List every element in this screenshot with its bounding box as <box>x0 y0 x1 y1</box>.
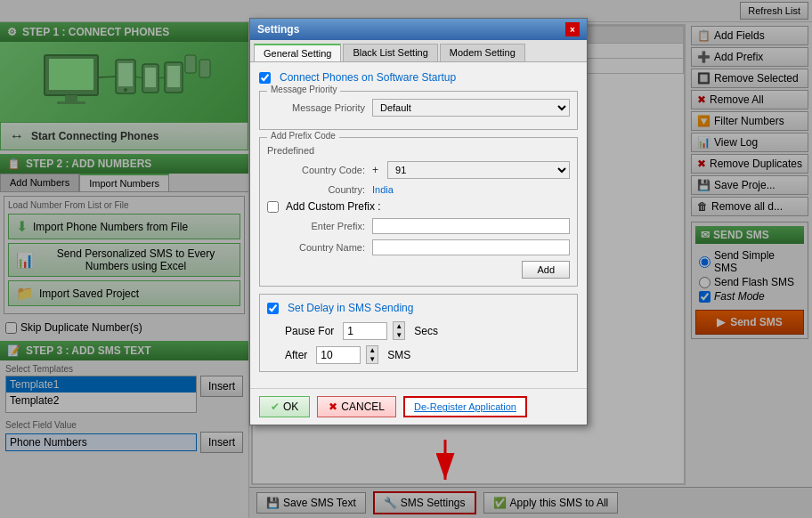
enter-prefix-row: Enter Prefix: <box>267 218 570 234</box>
after-spinner-down[interactable]: ▼ <box>367 355 378 364</box>
connect-startup-label: Connect Phones on Software Startup <box>280 71 456 84</box>
country-code-select[interactable]: 91 <box>387 161 570 179</box>
settings-modal: Settings × General Setting Black List Se… <box>249 18 588 425</box>
plus-sign: + <box>372 164 378 176</box>
tab-general-setting[interactable]: General Setting <box>254 44 341 61</box>
country-name-label: Country Name: <box>267 242 365 253</box>
country-label: Country: <box>267 184 365 195</box>
tab-modem-setting[interactable]: Modem Setting <box>440 44 525 61</box>
modal-tabs: General Setting Black List Setting Modem… <box>250 40 587 62</box>
msg-priority-label: Message Priority <box>267 102 365 113</box>
modal-cancel-button[interactable]: ✖ CANCEL <box>317 396 396 417</box>
message-priority-row: Message Priority Default High Normal Low <box>267 99 570 117</box>
pause-for-label: Pause For <box>285 325 334 337</box>
pause-spinner-down[interactable]: ▼ <box>394 331 404 340</box>
set-delay-label-text: Set Delay in SMS Sending <box>288 302 413 314</box>
arrow-indicator <box>418 440 472 493</box>
modal-body: Connect Phones on Software Startup Messa… <box>250 62 587 388</box>
connect-startup-row: Connect Phones on Software Startup <box>259 71 578 84</box>
modal-title: Settings <box>257 23 299 36</box>
add-prefix-section-label: Add Prefix Code <box>267 131 339 141</box>
add-prefix-section: Add Prefix Code Predefined Country Code:… <box>259 137 578 287</box>
country-name-input[interactable] <box>372 239 570 255</box>
tab-blacklist-setting[interactable]: Black List Setting <box>343 44 437 61</box>
pause-spinner: ▲ ▼ <box>393 321 405 340</box>
pause-for-row: Pause For ▲ ▼ Secs <box>267 321 570 340</box>
modal-footer: ✔ OK ✖ CANCEL De-Register Application <box>250 388 587 425</box>
after-spinner: ▲ ▼ <box>366 345 378 364</box>
modal-ok-button[interactable]: ✔ OK <box>259 396 310 417</box>
after-input[interactable] <box>316 346 361 364</box>
country-code-row: Country Code: + 91 <box>267 161 570 179</box>
cancel-label: CANCEL <box>341 401 385 413</box>
pause-for-input[interactable] <box>343 322 387 340</box>
modal-titlebar: Settings × <box>250 19 587 40</box>
predefined-label: Predefined <box>267 145 570 156</box>
modal-close-button[interactable]: × <box>565 22 580 36</box>
ok-icon: ✔ <box>271 401 280 413</box>
pause-spinner-up[interactable]: ▲ <box>394 322 404 331</box>
country-value: India <box>372 184 394 195</box>
message-priority-section-label: Message Priority <box>267 85 340 94</box>
after-spinner-up[interactable]: ▲ <box>367 346 378 355</box>
ok-label: OK <box>283 401 298 413</box>
country-name-row: Country Name: <box>267 239 570 255</box>
enter-prefix-input[interactable] <box>372 218 570 234</box>
connect-startup-checkbox[interactable] <box>259 72 271 84</box>
country-code-label: Country Code: <box>267 165 365 175</box>
cancel-icon: ✖ <box>329 401 337 413</box>
custom-prefix-label: Add Custom Prefix : <box>286 200 381 213</box>
message-priority-select[interactable]: Default High Normal Low <box>372 99 570 117</box>
set-delay-section: Set Delay in SMS Sending Pause For ▲ ▼ S… <box>259 294 578 372</box>
set-delay-checkbox[interactable] <box>267 303 279 314</box>
enter-prefix-label: Enter Prefix: <box>267 221 365 231</box>
country-row: Country: India <box>267 184 570 195</box>
modal-overlay: Settings × General Setting Black List Se… <box>0 0 812 518</box>
custom-prefix-checkbox[interactable] <box>267 201 279 213</box>
deregister-button[interactable]: De-Register Application <box>403 396 527 417</box>
after-row: After ▲ ▼ SMS <box>267 345 570 364</box>
after-label: After <box>285 349 307 361</box>
set-delay-row: Set Delay in SMS Sending <box>267 302 570 314</box>
add-prefix-btn[interactable]: Add <box>522 261 570 279</box>
secs-label: Secs <box>414 325 438 337</box>
message-priority-section: Message Priority Message Priority Defaul… <box>259 91 578 130</box>
custom-prefix-row: Add Custom Prefix : <box>267 200 570 213</box>
sms-label: SMS <box>387 349 410 361</box>
